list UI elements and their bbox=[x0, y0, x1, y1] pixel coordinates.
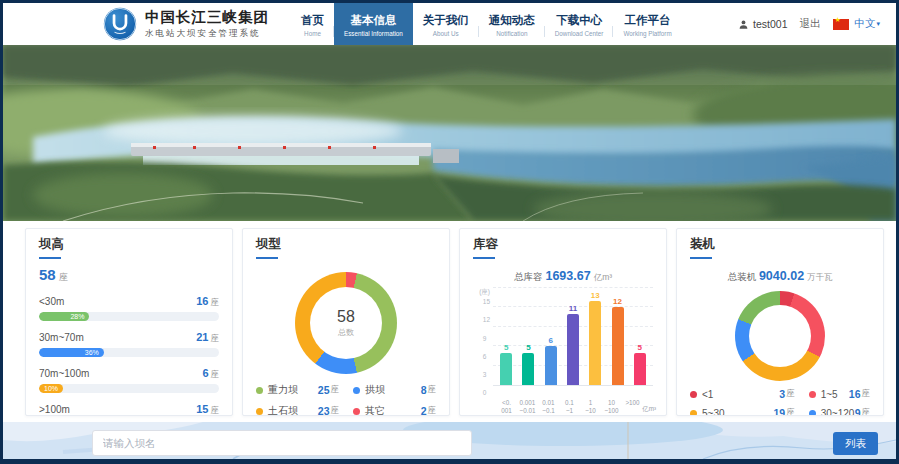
nav-item-sublabel: Notification bbox=[489, 30, 535, 37]
nav-item-label: 关于我们 bbox=[423, 13, 469, 28]
map-canvas[interactable]: 列表 bbox=[3, 422, 896, 459]
bar-column: 5 bbox=[517, 288, 539, 385]
installed-total-label: 总装机 bbox=[727, 271, 756, 282]
bar-value-label: 13 bbox=[591, 292, 600, 300]
legend-unit: 座 bbox=[428, 384, 437, 396]
dam-height-count-unit: 座 bbox=[211, 369, 220, 379]
list-view-button[interactable]: 列表 bbox=[833, 432, 878, 455]
dam-height-count: 21座 bbox=[196, 327, 219, 345]
dam-height-range-label: 70m~100m bbox=[39, 368, 89, 379]
dam-height-total-value: 58 bbox=[39, 266, 56, 283]
legend-item: 拱坝8座 bbox=[353, 383, 436, 397]
dam-height-bar-fill: 28% bbox=[39, 312, 89, 321]
legend-count: 3 bbox=[779, 388, 785, 400]
dam-height-row-header: 30m~70m21座 bbox=[39, 327, 219, 345]
nav-item-sublabel: Essential Information bbox=[344, 30, 403, 37]
brand-subtitle: 水电站大坝安全管理系统 bbox=[145, 28, 269, 40]
chevron-down-icon: ▾ bbox=[876, 20, 880, 28]
china-flag-icon: ★ bbox=[833, 19, 849, 30]
search-input[interactable] bbox=[92, 430, 472, 456]
nav-item-label: 工作平台 bbox=[623, 13, 671, 28]
legend-item: 土石坝23座 bbox=[256, 404, 339, 416]
panel-title: 库容 bbox=[473, 236, 653, 253]
dam-height-range-label: 30m~70m bbox=[39, 332, 84, 343]
x-tick-label: 0.01 ~0.1 bbox=[538, 399, 559, 415]
brand: 中国长江三峡集团 水电站大坝安全管理系统 bbox=[103, 7, 269, 41]
dam-height-count-value: 15 bbox=[196, 403, 208, 415]
bar-value-label: 12 bbox=[613, 298, 622, 306]
legend-count: 25 bbox=[318, 384, 330, 396]
legend-dot bbox=[256, 408, 263, 415]
donut-center: 58 总数 bbox=[310, 287, 382, 359]
app-window: 中国长江三峡集团 水电站大坝安全管理系统 首页Home基本信息Essential… bbox=[0, 0, 899, 464]
legend-item: 5~3019座 bbox=[690, 407, 795, 416]
legend-label: 5~30 bbox=[702, 408, 725, 417]
legend-unit: 座 bbox=[786, 407, 795, 416]
legend-label: <1 bbox=[702, 389, 713, 400]
legend-label: 拱坝 bbox=[365, 383, 385, 397]
nav-item-essential-information[interactable]: 基本信息Essential Information bbox=[334, 3, 413, 45]
dam-type-legend: 重力坝25座拱坝8座土石坝23座其它2座 bbox=[256, 383, 436, 416]
brand-title: 中国长江三峡集团 bbox=[145, 8, 269, 27]
legend-dot bbox=[353, 387, 360, 394]
y-axis: (座) 15129630 bbox=[473, 288, 493, 397]
user-area: test001 退出 ★ 中文 ▾ bbox=[738, 17, 880, 31]
dam-height-range-label: <30m bbox=[39, 296, 64, 307]
dam-height-bar-track: 28% bbox=[39, 312, 219, 321]
y-axis-title: (座) bbox=[479, 288, 490, 297]
panel-installed: 装机 总装机9040.02万千瓦 <13座1~516座5~3019座30~120… bbox=[676, 228, 884, 416]
legend-dot bbox=[809, 410, 816, 417]
dam-height-count-value: 16 bbox=[196, 295, 208, 307]
bar-rect bbox=[589, 301, 601, 385]
bar-column: 13 bbox=[584, 288, 606, 385]
nav-item-download-center[interactable]: 下载中心Download Center bbox=[545, 3, 614, 45]
dam-height-bar-fill: 10% bbox=[39, 384, 63, 393]
bar-value-label: 5 bbox=[504, 344, 508, 352]
installed-donut-chart bbox=[735, 291, 825, 381]
dam-height-count-value: 21 bbox=[196, 331, 208, 343]
installed-total-unit: 万千瓦 bbox=[807, 272, 833, 282]
y-axis-ticks: 15129630 bbox=[483, 299, 490, 397]
legend-label: 土石坝 bbox=[268, 404, 298, 416]
legend-unit: 座 bbox=[428, 405, 437, 416]
legend-label: 1~5 bbox=[821, 389, 838, 400]
capacity-bar-chart: (座) 15129630 5561113125 bbox=[473, 288, 653, 397]
installed-total: 总装机9040.02万千瓦 bbox=[690, 266, 870, 284]
nav-item-notification[interactable]: 通知动态Notification bbox=[479, 3, 545, 45]
title-underline bbox=[473, 257, 495, 259]
x-tick-label: >100 bbox=[622, 399, 643, 415]
nav-item-working-platform[interactable]: 工作平台Working Platform bbox=[613, 3, 681, 45]
x-axis-unit: 亿m³ bbox=[642, 405, 656, 414]
panel-title: 坝高 bbox=[39, 236, 219, 253]
installed-donut-wrap bbox=[690, 288, 870, 388]
dam-aerial-photo bbox=[3, 45, 896, 221]
bar-group: 5561113125 bbox=[493, 288, 653, 385]
title-underline bbox=[690, 257, 712, 259]
x-tick-label: 0.001 ~0.01 bbox=[517, 399, 538, 415]
legend-item: 其它2座 bbox=[353, 404, 436, 416]
bar-value-label: 6 bbox=[548, 337, 552, 345]
legend-dot bbox=[690, 391, 697, 398]
bar-rect bbox=[612, 307, 624, 385]
bar-rect bbox=[567, 314, 579, 385]
dam-height-count: 6座 bbox=[202, 363, 219, 381]
x-axis-labels: 亿m³ <0. 0010.001 ~0.010.01 ~0.10.1 ~11 ~… bbox=[496, 399, 653, 415]
nav-item-label: 下载中心 bbox=[555, 13, 604, 28]
nav-item-home[interactable]: 首页Home bbox=[291, 3, 334, 45]
nav-item-label: 基本信息 bbox=[344, 13, 403, 28]
legend-label: 重力坝 bbox=[268, 383, 298, 397]
legend-item: <13座 bbox=[690, 388, 795, 400]
dam-height-count: 15座 bbox=[196, 399, 219, 416]
legend-dot bbox=[256, 387, 263, 394]
nav-item-about-us[interactable]: 关于我们About Us bbox=[413, 3, 479, 45]
language-selector[interactable]: 中文 bbox=[854, 17, 875, 31]
bar-rect bbox=[545, 346, 557, 385]
legend-item: 重力坝25座 bbox=[256, 383, 339, 397]
y-tick-label: 15 bbox=[483, 299, 490, 306]
logout-link[interactable]: 退出 bbox=[799, 17, 820, 31]
dam-height-count-unit: 座 bbox=[211, 405, 220, 415]
capacity-total-label: 总库容 bbox=[514, 271, 543, 282]
username: test001 bbox=[753, 18, 787, 30]
bar-column: 6 bbox=[540, 288, 562, 385]
dam-height-bar-fill: 36% bbox=[39, 348, 104, 357]
